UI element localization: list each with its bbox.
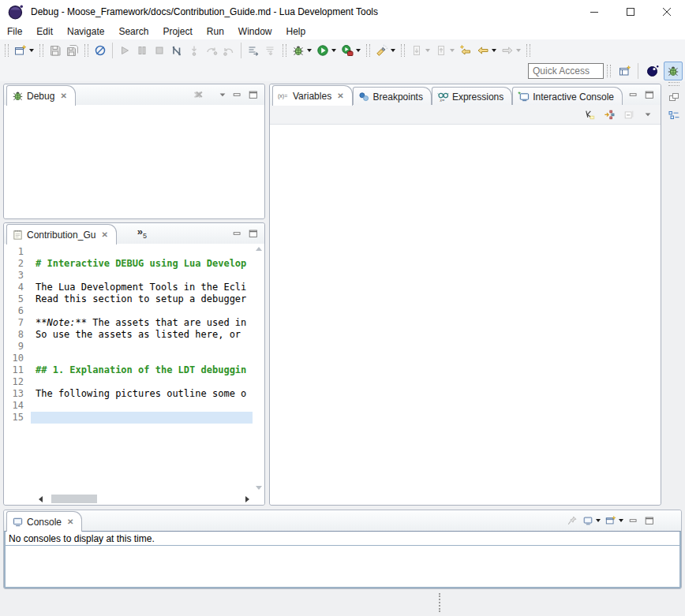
search-dropdown-icon[interactable]: [391, 49, 395, 52]
open-perspective-button[interactable]: [616, 62, 634, 80]
display-selected-console-button[interactable]: [582, 514, 601, 527]
tab-console[interactable]: Console ✕: [6, 511, 82, 532]
toolbar-grip[interactable]: [39, 44, 43, 57]
use-step-filters-button[interactable]: [245, 41, 262, 60]
window-minimize-button[interactable]: [576, 0, 612, 24]
toolbar-grip[interactable]: [283, 44, 286, 57]
tab-debug[interactable]: Debug ✕: [6, 85, 76, 106]
menu-help[interactable]: Help: [279, 24, 313, 39]
back-dropdown-icon[interactable]: [492, 49, 496, 52]
outline-view-button[interactable]: [665, 107, 683, 125]
hidden-editors-chevron[interactable]: »5: [137, 227, 147, 241]
restore-view-button[interactable]: [665, 88, 683, 106]
editor-line-ruler[interactable]: 123456789101112131415: [4, 244, 31, 493]
view-menu-button[interactable]: [642, 109, 653, 120]
tab-contribution-guide[interactable]: Contribution_Gu ✕: [6, 224, 117, 245]
lua-perspective-button[interactable]: [643, 62, 662, 80]
close-icon[interactable]: ✕: [337, 91, 343, 100]
max-icon: [644, 515, 655, 526]
new-button[interactable]: [12, 41, 36, 60]
menu-search[interactable]: Search: [111, 24, 155, 39]
run-dropdown-icon[interactable]: [331, 49, 336, 52]
debug-perspective-button[interactable]: [664, 62, 683, 80]
toolbar-grip[interactable]: [366, 44, 370, 57]
toolbar-grip[interactable]: [526, 44, 530, 57]
quick-access-input[interactable]: [528, 63, 604, 79]
ann-next-icon: [410, 44, 423, 57]
line-number: 13: [4, 388, 31, 400]
menu-window[interactable]: Window: [231, 24, 279, 39]
external-tools-button[interactable]: [339, 41, 363, 60]
open-console-button[interactable]: [605, 514, 624, 527]
editor-horizontal-scrollbar[interactable]: [31, 493, 253, 505]
close-icon[interactable]: ✕: [60, 91, 66, 100]
previous-annotation-button: [432, 41, 457, 60]
skip-bp-icon: [94, 44, 107, 57]
scroll-left-icon[interactable]: [39, 496, 43, 502]
line-number: 12: [4, 376, 31, 388]
drop-frame-icon: [264, 44, 277, 57]
scroll-up-icon[interactable]: [256, 247, 262, 251]
menu-file[interactable]: File: [0, 24, 29, 39]
external-tools-dropdown-icon[interactable]: [356, 49, 361, 52]
debug-dropdown-icon[interactable]: [307, 49, 312, 52]
minimize-button[interactable]: [231, 227, 244, 240]
max-icon: [248, 89, 259, 100]
window-maximize-button[interactable]: [612, 0, 649, 24]
menu-project[interactable]: Project: [155, 24, 199, 39]
line-number: 15: [4, 412, 31, 424]
editor-lines[interactable]: # Interactive DEBUG using Lua DevelopThe…: [31, 244, 253, 493]
last-edit-location-button[interactable]: [457, 41, 474, 60]
window-close-button[interactable]: [649, 0, 685, 24]
maximize-button[interactable]: [247, 88, 260, 101]
debug-view-body[interactable]: [4, 105, 264, 218]
console-icon: [12, 516, 24, 528]
maximize-button[interactable]: [247, 227, 260, 240]
resume-button: [116, 41, 133, 60]
line-number: 14: [4, 400, 31, 412]
tab-label: Console: [27, 517, 62, 528]
close-icon[interactable]: ✕: [101, 230, 107, 239]
toolbar-grip[interactable]: [5, 44, 9, 57]
variables-view-body[interactable]: [270, 125, 661, 505]
back-button[interactable]: [474, 41, 499, 60]
search-button[interactable]: [373, 41, 398, 60]
debug-view: Debug ✕: [3, 84, 265, 219]
tab-variables[interactable]: Variables✕: [272, 85, 353, 106]
menu-run[interactable]: Run: [200, 24, 231, 39]
show-logical-structures-button[interactable]: [603, 108, 616, 121]
status-trim-grip[interactable]: [439, 593, 442, 612]
scroll-right-icon[interactable]: [245, 496, 249, 502]
toolbar-grip[interactable]: [607, 65, 611, 77]
menu-navigate[interactable]: Navigate: [60, 24, 111, 39]
maximize-button[interactable]: [643, 514, 656, 527]
display-selected-console-dropdown-icon[interactable]: [596, 519, 601, 522]
run-button[interactable]: [314, 41, 339, 60]
tab-expressions[interactable]: Expressions: [432, 87, 512, 106]
editor-line-9: [31, 341, 253, 353]
view-menu-button[interactable]: [217, 89, 228, 100]
step-filters-icon: [247, 44, 260, 57]
minimize-button[interactable]: [627, 514, 640, 527]
open-console-dropdown-icon[interactable]: [619, 519, 623, 522]
editor-vertical-scrollbar[interactable]: [253, 244, 264, 493]
menu-edit[interactable]: Edit: [29, 24, 60, 39]
toolbar-grip[interactable]: [401, 44, 405, 57]
max-icon: [248, 228, 259, 239]
trim-grip[interactable]: [668, 82, 679, 86]
debug-button[interactable]: [290, 41, 314, 60]
skip-all-breakpoints-button[interactable]: [92, 41, 109, 60]
scrollbar-thumb[interactable]: [51, 495, 97, 503]
minimize-button[interactable]: [627, 88, 640, 101]
close-icon[interactable]: ✕: [67, 517, 73, 526]
tab-breakpoints[interactable]: Breakpoints: [353, 87, 432, 106]
show-type-names-button[interactable]: [583, 108, 596, 121]
scroll-down-icon[interactable]: [256, 486, 262, 490]
tab-interactive-console[interactable]: Interactive Console: [512, 87, 623, 106]
maximize-button[interactable]: [643, 88, 656, 101]
ann-prev-icon: [435, 44, 447, 57]
disconnect-button[interactable]: [168, 41, 185, 60]
toolbar-grip[interactable]: [84, 44, 88, 57]
new-dropdown-icon[interactable]: [29, 49, 34, 52]
minimize-button[interactable]: [231, 88, 244, 101]
